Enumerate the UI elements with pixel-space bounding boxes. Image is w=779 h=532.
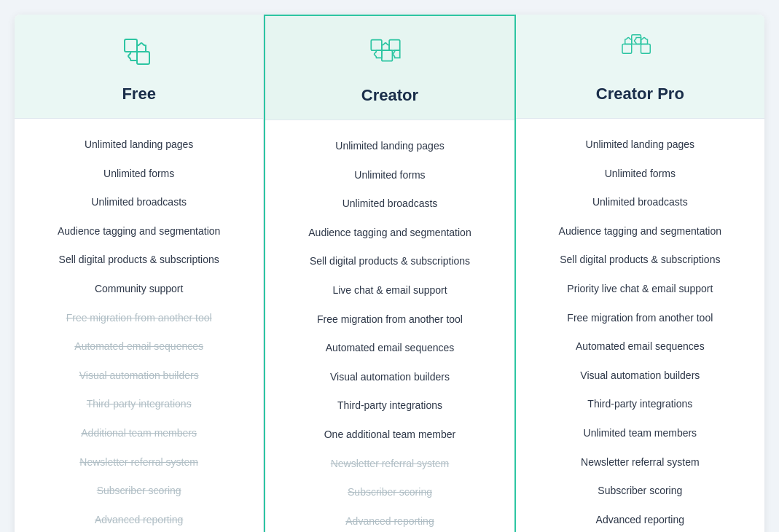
feature-item-free-8: Visual automation builders bbox=[15, 361, 263, 391]
feature-item-creator-pro-7: Automated email sequences bbox=[516, 332, 764, 361]
feature-item-free-11: Newsletter referral system bbox=[15, 448, 263, 477]
feature-item-free-13: Advanced reporting bbox=[15, 506, 263, 532]
feature-item-creator-pro-13: Advanced reporting bbox=[516, 506, 764, 532]
feature-item-free-12: Subscriber scoring bbox=[15, 477, 263, 506]
feature-item-creator-11: Newsletter referral system bbox=[265, 450, 514, 479]
feature-item-creator-pro-1: Unlimited forms bbox=[516, 160, 764, 189]
feature-item-free-1: Unlimited forms bbox=[15, 160, 263, 189]
svg-rect-1 bbox=[137, 52, 149, 64]
feature-item-creator-6: Free migration from another tool bbox=[265, 305, 514, 335]
svg-rect-4 bbox=[389, 40, 400, 51]
feature-item-creator-pro-3: Audience tagging and segmentation bbox=[516, 217, 764, 246]
feature-item-creator-pro-10: Unlimited team members bbox=[516, 419, 764, 448]
features-list-creator-pro: Unlimited landing pagesUnlimited formsUn… bbox=[516, 119, 764, 532]
plan-col-creator-pro: Creator ProUnlimited landing pagesUnlimi… bbox=[516, 15, 764, 532]
svg-rect-6 bbox=[641, 44, 651, 54]
feature-item-creator-7: Automated email sequences bbox=[265, 334, 514, 363]
features-list-free: Unlimited landing pagesUnlimited formsUn… bbox=[15, 119, 263, 532]
feature-item-creator-pro-6: Free migration from another tool bbox=[516, 304, 764, 333]
feature-item-creator-3: Audience tagging and segmentation bbox=[265, 219, 514, 248]
feature-item-free-2: Unlimited broadcasts bbox=[15, 188, 263, 217]
feature-item-creator-pro-12: Subscriber scoring bbox=[516, 477, 764, 506]
feature-item-creator-8: Visual automation builders bbox=[265, 363, 514, 392]
feature-item-free-5: Community support bbox=[15, 275, 263, 304]
feature-item-creator-pro-4: Sell digital products & subscriptions bbox=[516, 246, 764, 275]
plan-header-free: Free bbox=[15, 15, 263, 119]
plan-header-creator: Creator bbox=[265, 16, 514, 120]
svg-rect-0 bbox=[125, 39, 137, 52]
feature-item-creator-pro-5: Priority live chat & email support bbox=[516, 275, 764, 304]
plan-col-creator: CreatorUnlimited landing pagesUnlimited … bbox=[264, 15, 515, 532]
feature-item-creator-pro-2: Unlimited broadcasts bbox=[516, 188, 764, 217]
feature-item-free-4: Sell digital products & subscriptions bbox=[15, 246, 263, 275]
feature-item-free-9: Third-party integrations bbox=[15, 390, 263, 419]
feature-item-creator-pro-11: Newsletter referral system bbox=[516, 448, 764, 477]
feature-item-creator-12: Subscriber scoring bbox=[265, 478, 514, 507]
plan-name-free: Free bbox=[122, 85, 155, 103]
feature-item-creator-pro-8: Visual automation builders bbox=[516, 361, 764, 391]
features-list-creator: Unlimited landing pagesUnlimited formsUn… bbox=[265, 120, 514, 532]
plan-header-creator-pro: Creator Pro bbox=[516, 15, 764, 119]
plan-icon-creator-pro bbox=[618, 32, 662, 76]
feature-item-free-7: Automated email sequences bbox=[15, 332, 263, 361]
svg-rect-3 bbox=[382, 50, 393, 61]
plan-icon-creator bbox=[368, 34, 412, 77]
feature-item-creator-13: Advanced reporting bbox=[265, 507, 514, 532]
svg-rect-2 bbox=[371, 40, 382, 51]
plan-icon-free bbox=[117, 32, 161, 76]
plan-col-free: FreeUnlimited landing pagesUnlimited for… bbox=[15, 15, 264, 532]
plan-name-creator-pro: Creator Pro bbox=[596, 85, 684, 103]
feature-item-free-6: Free migration from another tool bbox=[15, 304, 263, 333]
feature-item-free-10: Additional team members bbox=[15, 419, 263, 448]
feature-item-creator-2: Unlimited broadcasts bbox=[265, 189, 514, 219]
feature-item-creator-10: One additional team member bbox=[265, 420, 514, 450]
feature-item-creator-1: Unlimited forms bbox=[265, 161, 514, 190]
feature-item-creator-9: Third-party integrations bbox=[265, 391, 514, 420]
plan-name-creator: Creator bbox=[361, 86, 418, 105]
feature-item-free-3: Audience tagging and segmentation bbox=[15, 217, 263, 246]
pricing-table: FreeUnlimited landing pagesUnlimited for… bbox=[15, 15, 764, 532]
feature-item-free-0: Unlimited landing pages bbox=[15, 130, 263, 160]
feature-item-creator-4: Sell digital products & subscriptions bbox=[265, 247, 514, 276]
svg-rect-7 bbox=[622, 44, 632, 54]
feature-item-creator-0: Unlimited landing pages bbox=[265, 132, 514, 161]
feature-item-creator-pro-9: Third-party integrations bbox=[516, 390, 764, 419]
feature-item-creator-5: Live chat & email support bbox=[265, 276, 514, 305]
feature-item-creator-pro-0: Unlimited landing pages bbox=[516, 130, 764, 160]
